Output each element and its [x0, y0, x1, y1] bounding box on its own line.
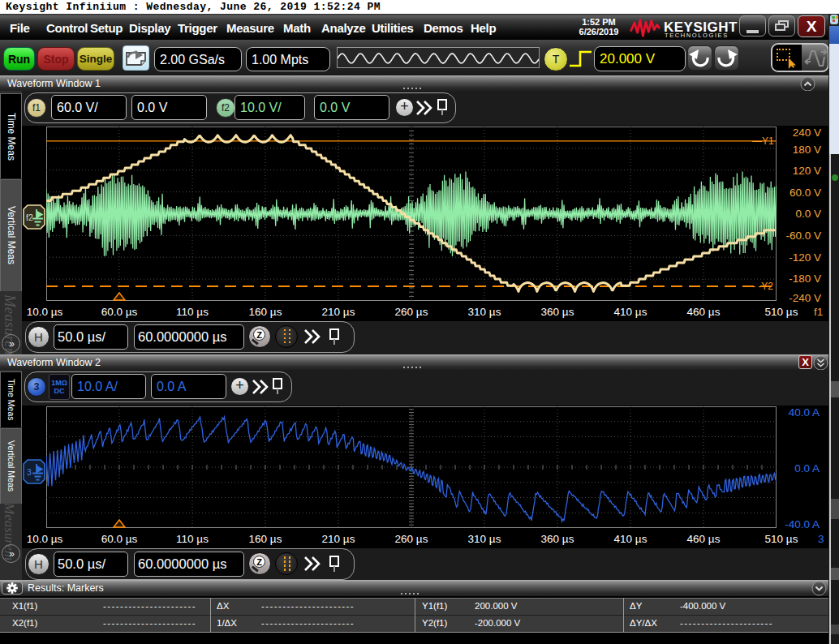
svg-text:3: 3 [27, 467, 32, 477]
svg-text:- -Y2: - -Y2 [752, 281, 773, 292]
svg-text:f2: f2 [26, 213, 33, 222]
svg-text:—Y1: —Y1 [752, 135, 774, 147]
